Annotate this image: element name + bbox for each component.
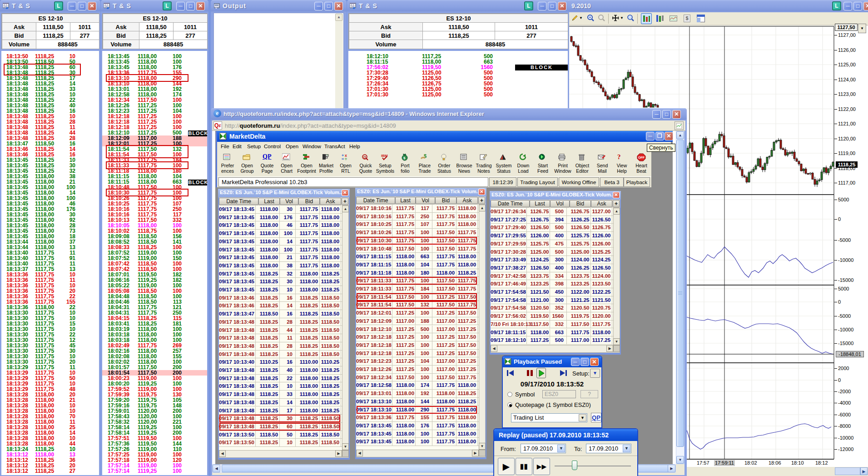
svg-text:Q: Q xyxy=(363,155,366,159)
svg-text:=: = xyxy=(342,157,344,161)
svg-text:÷: ÷ xyxy=(345,157,347,161)
svg-text:OFF: OFF xyxy=(638,156,645,159)
svg-text:$: $ xyxy=(403,156,406,160)
